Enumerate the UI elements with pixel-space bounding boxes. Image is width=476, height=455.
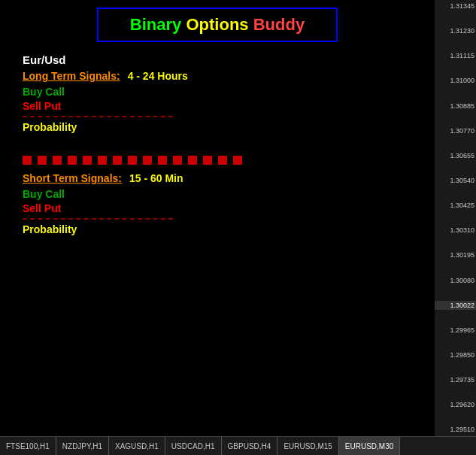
price-5: 1.30885 — [435, 102, 476, 111]
price-13: 1.29965 — [435, 326, 476, 335]
long-term-label: Long Term Signals: — [23, 70, 120, 82]
title-binary: Binary — [130, 15, 181, 34]
price-15: 1.29735 — [435, 375, 476, 385]
content-panel: Binary Options Buddy Eur/Usd Long Term S… — [0, 0, 435, 436]
short-term-buy-call: Buy Call — [23, 188, 435, 200]
long-term-time: 4 - 24 Hours — [128, 70, 188, 82]
price-17: 1.29510 — [435, 425, 476, 435]
taskbar-item-usdcad[interactable]: USDCAD,H1 — [165, 437, 222, 455]
red-square-4 — [68, 156, 77, 165]
short-term-probability: Probability — [23, 223, 435, 235]
price-8: 1.30540 — [435, 176, 476, 186]
main-area: Binary Options Buddy Eur/Usd Long Term S… — [0, 0, 476, 436]
price-11: 1.30195 — [435, 250, 476, 260]
red-square-1 — [23, 156, 32, 165]
red-square-3 — [53, 156, 62, 165]
taskbar: FTSE100,H1 NZDJPY,H1 XAGUSD,H1 USDCAD,H1… — [0, 436, 476, 455]
short-term-time: 15 - 60 Min — [129, 172, 183, 184]
red-square-15 — [233, 156, 242, 165]
taskbar-item-nzdjpy[interactable]: NZDJPY,H1 — [56, 437, 109, 455]
price-12: 1.30080 — [435, 276, 476, 286]
red-square-8 — [128, 156, 137, 165]
red-square-9 — [143, 156, 152, 165]
price-4: 1.31000 — [435, 76, 476, 86]
red-squares-divider — [23, 156, 435, 165]
taskbar-item-eurusdm30[interactable]: EURUSD,M30 — [339, 437, 400, 455]
price-panel: 1.31345 1.31230 1.31115 1.31000 1.30885 … — [435, 0, 476, 436]
taskbar-item-gbpusd[interactable]: GBPUSD,H4 — [222, 437, 278, 455]
price-2: 1.31230 — [435, 26, 476, 36]
short-term-divider — [23, 218, 173, 220]
long-term-probability: Probability — [23, 121, 435, 133]
red-square-5 — [83, 156, 92, 165]
short-term-sell-put: Sell Put — [23, 202, 435, 214]
red-square-7 — [113, 156, 122, 165]
taskbar-item-xagusd[interactable]: XAGUSD,H1 — [109, 437, 165, 455]
red-square-12 — [188, 156, 197, 165]
price-14: 1.29850 — [435, 350, 476, 360]
price-9: 1.30425 — [435, 201, 476, 211]
price-10: 1.30310 — [435, 226, 476, 235]
title-box: Binary Options Buddy — [97, 8, 338, 42]
taskbar-item-eurusdm15[interactable]: EURUSD,M15 — [277, 437, 338, 455]
price-16: 1.29620 — [435, 400, 476, 410]
red-square-2 — [38, 156, 47, 165]
title-buddy: Buddy — [253, 15, 305, 34]
red-square-13 — [203, 156, 212, 165]
short-term-label: Short Term Signals: — [23, 172, 122, 184]
long-term-buy-call: Buy Call — [23, 86, 435, 98]
taskbar-item-ftse[interactable]: FTSE100,H1 — [0, 437, 56, 455]
price-current: 1.30022 — [435, 301, 476, 311]
red-square-6 — [98, 156, 107, 165]
short-term-signals-row: Short Term Signals: 15 - 60 Min — [0, 172, 435, 184]
long-term-sell-put: Sell Put — [23, 100, 435, 112]
price-3: 1.31115 — [435, 51, 476, 61]
long-term-divider — [23, 116, 173, 117]
red-square-10 — [158, 156, 167, 165]
title-options: Options — [181, 15, 253, 34]
pair-name: Eur/Usd — [23, 53, 435, 66]
price-1: 1.31345 — [435, 2, 476, 11]
red-square-11 — [173, 156, 182, 165]
price-6: 1.30770 — [435, 126, 476, 136]
price-7: 1.30655 — [435, 151, 476, 161]
long-term-signals-row: Long Term Signals: 4 - 24 Hours — [0, 70, 435, 82]
red-square-14 — [218, 156, 227, 165]
